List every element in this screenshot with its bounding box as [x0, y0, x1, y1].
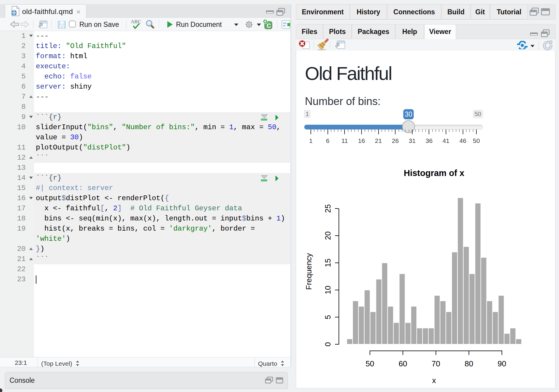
svg-text:Histogram of x: Histogram of x	[404, 168, 464, 178]
svg-text:20: 20	[323, 232, 332, 240]
svg-text:Frequency: Frequency	[304, 253, 313, 290]
svg-text:80: 80	[464, 359, 473, 368]
svg-text:60: 60	[399, 359, 407, 368]
svg-text:50: 50	[366, 359, 374, 368]
svg-text:C: C	[267, 22, 271, 29]
svg-text:0: 0	[323, 342, 332, 346]
svg-text:90: 90	[498, 359, 506, 368]
svg-text:15: 15	[323, 259, 332, 267]
svg-text:5: 5	[323, 315, 332, 319]
svg-text:25: 25	[323, 204, 332, 213]
svg-text:70: 70	[432, 359, 440, 368]
svg-text:10: 10	[323, 286, 332, 294]
svg-text:x: x	[432, 376, 436, 385]
svg-text:ABC: ABC	[131, 19, 141, 24]
